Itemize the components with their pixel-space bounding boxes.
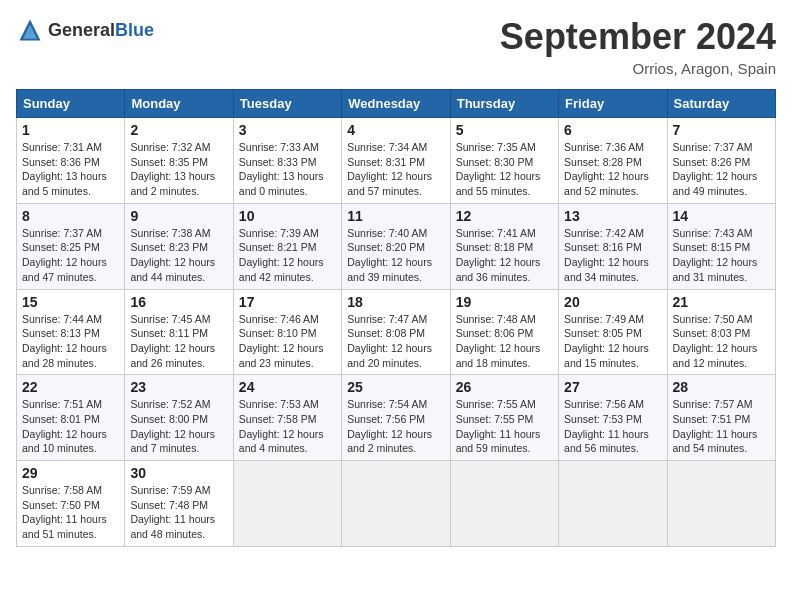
day-info: Sunrise: 7:47 AMSunset: 8:08 PMDaylight:… [347, 312, 444, 371]
col-tuesday: Tuesday [233, 90, 341, 118]
day-number: 2 [130, 122, 227, 138]
day-info: Sunrise: 7:45 AMSunset: 8:11 PMDaylight:… [130, 312, 227, 371]
table-row: 12Sunrise: 7:41 AMSunset: 8:18 PMDayligh… [450, 203, 558, 289]
table-row: 20Sunrise: 7:49 AMSunset: 8:05 PMDayligh… [559, 289, 667, 375]
day-info: Sunrise: 7:35 AMSunset: 8:30 PMDaylight:… [456, 140, 553, 199]
day-info: Sunrise: 7:58 AMSunset: 7:50 PMDaylight:… [22, 483, 119, 542]
table-row: 27Sunrise: 7:56 AMSunset: 7:53 PMDayligh… [559, 375, 667, 461]
calendar-header-row: Sunday Monday Tuesday Wednesday Thursday… [17, 90, 776, 118]
day-info: Sunrise: 7:44 AMSunset: 8:13 PMDaylight:… [22, 312, 119, 371]
table-row: 6Sunrise: 7:36 AMSunset: 8:28 PMDaylight… [559, 118, 667, 204]
day-number: 23 [130, 379, 227, 395]
calendar-week-row: 8Sunrise: 7:37 AMSunset: 8:25 PMDaylight… [17, 203, 776, 289]
table-row: 24Sunrise: 7:53 AMSunset: 7:58 PMDayligh… [233, 375, 341, 461]
calendar-week-row: 29Sunrise: 7:58 AMSunset: 7:50 PMDayligh… [17, 461, 776, 547]
day-number: 24 [239, 379, 336, 395]
col-monday: Monday [125, 90, 233, 118]
table-row: 10Sunrise: 7:39 AMSunset: 8:21 PMDayligh… [233, 203, 341, 289]
table-row: 29Sunrise: 7:58 AMSunset: 7:50 PMDayligh… [17, 461, 125, 547]
table-row: 15Sunrise: 7:44 AMSunset: 8:13 PMDayligh… [17, 289, 125, 375]
day-number: 3 [239, 122, 336, 138]
table-row [450, 461, 558, 547]
day-number: 26 [456, 379, 553, 395]
day-number: 20 [564, 294, 661, 310]
day-info: Sunrise: 7:31 AMSunset: 8:36 PMDaylight:… [22, 140, 119, 199]
logo-blue: Blue [115, 20, 154, 40]
day-number: 4 [347, 122, 444, 138]
table-row: 17Sunrise: 7:46 AMSunset: 8:10 PMDayligh… [233, 289, 341, 375]
day-info: Sunrise: 7:34 AMSunset: 8:31 PMDaylight:… [347, 140, 444, 199]
day-info: Sunrise: 7:37 AMSunset: 8:26 PMDaylight:… [673, 140, 770, 199]
logo: GeneralBlue [16, 16, 154, 44]
day-number: 10 [239, 208, 336, 224]
table-row: 11Sunrise: 7:40 AMSunset: 8:20 PMDayligh… [342, 203, 450, 289]
day-number: 12 [456, 208, 553, 224]
table-row: 30Sunrise: 7:59 AMSunset: 7:48 PMDayligh… [125, 461, 233, 547]
day-number: 15 [22, 294, 119, 310]
table-row: 5Sunrise: 7:35 AMSunset: 8:30 PMDaylight… [450, 118, 558, 204]
calendar-table: Sunday Monday Tuesday Wednesday Thursday… [16, 89, 776, 547]
title-block: September 2024 Orrios, Aragon, Spain [500, 16, 776, 77]
day-info: Sunrise: 7:48 AMSunset: 8:06 PMDaylight:… [456, 312, 553, 371]
day-info: Sunrise: 7:39 AMSunset: 8:21 PMDaylight:… [239, 226, 336, 285]
table-row: 4Sunrise: 7:34 AMSunset: 8:31 PMDaylight… [342, 118, 450, 204]
day-number: 14 [673, 208, 770, 224]
day-info: Sunrise: 7:36 AMSunset: 8:28 PMDaylight:… [564, 140, 661, 199]
day-number: 16 [130, 294, 227, 310]
day-info: Sunrise: 7:32 AMSunset: 8:35 PMDaylight:… [130, 140, 227, 199]
col-sunday: Sunday [17, 90, 125, 118]
table-row: 9Sunrise: 7:38 AMSunset: 8:23 PMDaylight… [125, 203, 233, 289]
table-row: 14Sunrise: 7:43 AMSunset: 8:15 PMDayligh… [667, 203, 775, 289]
day-info: Sunrise: 7:50 AMSunset: 8:03 PMDaylight:… [673, 312, 770, 371]
table-row: 25Sunrise: 7:54 AMSunset: 7:56 PMDayligh… [342, 375, 450, 461]
day-number: 5 [456, 122, 553, 138]
day-info: Sunrise: 7:51 AMSunset: 8:01 PMDaylight:… [22, 397, 119, 456]
day-info: Sunrise: 7:40 AMSunset: 8:20 PMDaylight:… [347, 226, 444, 285]
day-number: 28 [673, 379, 770, 395]
table-row: 21Sunrise: 7:50 AMSunset: 8:03 PMDayligh… [667, 289, 775, 375]
table-row: 19Sunrise: 7:48 AMSunset: 8:06 PMDayligh… [450, 289, 558, 375]
day-number: 13 [564, 208, 661, 224]
table-row: 28Sunrise: 7:57 AMSunset: 7:51 PMDayligh… [667, 375, 775, 461]
col-friday: Friday [559, 90, 667, 118]
table-row [667, 461, 775, 547]
col-thursday: Thursday [450, 90, 558, 118]
calendar-week-row: 1Sunrise: 7:31 AMSunset: 8:36 PMDaylight… [17, 118, 776, 204]
table-row: 1Sunrise: 7:31 AMSunset: 8:36 PMDaylight… [17, 118, 125, 204]
day-info: Sunrise: 7:41 AMSunset: 8:18 PMDaylight:… [456, 226, 553, 285]
day-number: 8 [22, 208, 119, 224]
table-row: 13Sunrise: 7:42 AMSunset: 8:16 PMDayligh… [559, 203, 667, 289]
table-row: 26Sunrise: 7:55 AMSunset: 7:55 PMDayligh… [450, 375, 558, 461]
table-row: 3Sunrise: 7:33 AMSunset: 8:33 PMDaylight… [233, 118, 341, 204]
table-row: 7Sunrise: 7:37 AMSunset: 8:26 PMDaylight… [667, 118, 775, 204]
day-number: 17 [239, 294, 336, 310]
day-number: 6 [564, 122, 661, 138]
table-row: 2Sunrise: 7:32 AMSunset: 8:35 PMDaylight… [125, 118, 233, 204]
day-number: 29 [22, 465, 119, 481]
day-info: Sunrise: 7:57 AMSunset: 7:51 PMDaylight:… [673, 397, 770, 456]
day-info: Sunrise: 7:56 AMSunset: 7:53 PMDaylight:… [564, 397, 661, 456]
calendar-week-row: 22Sunrise: 7:51 AMSunset: 8:01 PMDayligh… [17, 375, 776, 461]
day-number: 11 [347, 208, 444, 224]
day-number: 30 [130, 465, 227, 481]
day-info: Sunrise: 7:33 AMSunset: 8:33 PMDaylight:… [239, 140, 336, 199]
day-number: 18 [347, 294, 444, 310]
day-info: Sunrise: 7:46 AMSunset: 8:10 PMDaylight:… [239, 312, 336, 371]
day-info: Sunrise: 7:53 AMSunset: 7:58 PMDaylight:… [239, 397, 336, 456]
day-info: Sunrise: 7:38 AMSunset: 8:23 PMDaylight:… [130, 226, 227, 285]
day-info: Sunrise: 7:54 AMSunset: 7:56 PMDaylight:… [347, 397, 444, 456]
day-info: Sunrise: 7:43 AMSunset: 8:15 PMDaylight:… [673, 226, 770, 285]
table-row [559, 461, 667, 547]
day-number: 22 [22, 379, 119, 395]
day-number: 19 [456, 294, 553, 310]
table-row: 23Sunrise: 7:52 AMSunset: 8:00 PMDayligh… [125, 375, 233, 461]
table-row: 22Sunrise: 7:51 AMSunset: 8:01 PMDayligh… [17, 375, 125, 461]
logo-icon [16, 16, 44, 44]
day-info: Sunrise: 7:42 AMSunset: 8:16 PMDaylight:… [564, 226, 661, 285]
day-number: 1 [22, 122, 119, 138]
logo-general: General [48, 20, 115, 40]
table-row [342, 461, 450, 547]
table-row: 8Sunrise: 7:37 AMSunset: 8:25 PMDaylight… [17, 203, 125, 289]
month-title: September 2024 [500, 16, 776, 58]
day-number: 25 [347, 379, 444, 395]
